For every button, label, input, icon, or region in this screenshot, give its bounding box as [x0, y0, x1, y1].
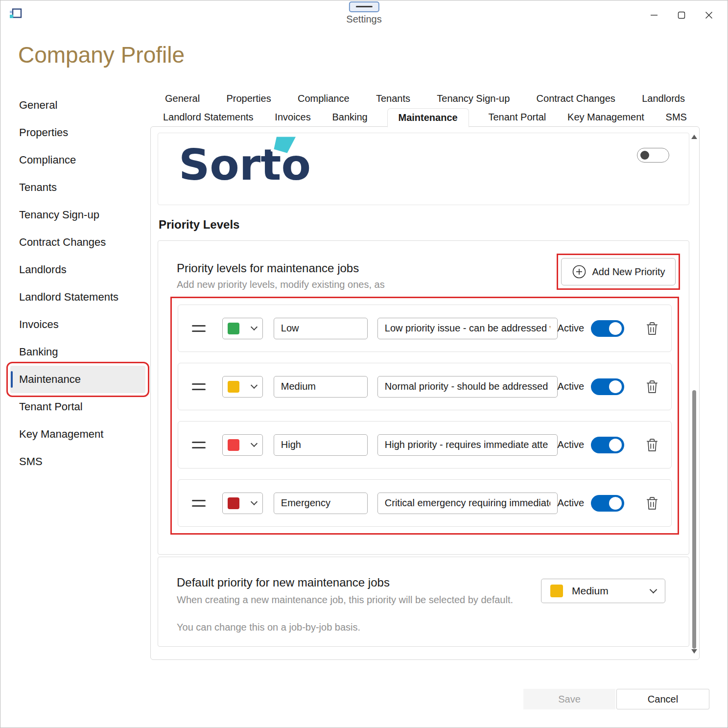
priority-levels-heading: Priority Levels [159, 218, 239, 232]
sidebar-item-sms[interactable]: SMS [10, 448, 145, 475]
window-controls [640, 4, 723, 26]
toggle-knob [609, 322, 622, 335]
tab-maintenance[interactable]: Maintenance [387, 108, 469, 127]
tab-bar: General Properties Compliance Tenants Te… [150, 90, 700, 126]
tab-tenants[interactable]: Tenants [374, 90, 412, 108]
sorto-logo: Sorto [178, 135, 325, 190]
add-button-label: Add New Priority [592, 266, 665, 278]
cancel-button[interactable]: Cancel [616, 689, 709, 709]
priority-color-select[interactable] [222, 376, 263, 398]
sidebar: General Properties Compliance Tenants Te… [10, 92, 145, 475]
active-label: Active [558, 497, 584, 509]
sidebar-item-contract-changes[interactable]: Contract Changes [10, 229, 145, 256]
sidebar-item-tenant-portal[interactable]: Tenant Portal [10, 393, 145, 421]
tab-tenancy-sign-up[interactable]: Tenancy Sign-up [435, 90, 512, 108]
chevron-down-icon [251, 440, 258, 446]
tab-compliance[interactable]: Compliance [296, 90, 352, 108]
drag-handle-icon[interactable] [192, 500, 206, 507]
minimize-icon [650, 11, 658, 19]
sidebar-item-tenants[interactable]: Tenants [10, 174, 145, 201]
minimize-button[interactable] [640, 4, 668, 26]
chevron-down-icon [251, 381, 258, 388]
priority-levels-card: Priority levels for maintenance jobs Add… [158, 240, 689, 555]
scrollbar-thumb[interactable] [692, 390, 696, 649]
active-toggle[interactable] [591, 495, 624, 512]
trash-icon[interactable] [646, 321, 658, 336]
sidebar-item-general[interactable]: General [10, 92, 145, 119]
priority-description-input[interactable] [377, 434, 558, 456]
sidebar-item-properties[interactable]: Properties [10, 119, 145, 146]
integration-card: Sorto [158, 133, 689, 205]
tab-properties[interactable]: Properties [224, 90, 273, 108]
window-preview-icon [349, 1, 379, 12]
sidebar-item-label: Banking [19, 346, 58, 358]
sidebar-item-label: Contract Changes [19, 236, 106, 249]
active-label: Active [558, 323, 584, 334]
priority-row: Active [178, 363, 672, 410]
priority-description-input[interactable] [377, 318, 558, 339]
scroll-up-arrow-icon[interactable] [691, 135, 697, 139]
sidebar-item-landlords[interactable]: Landlords [10, 256, 145, 283]
toggle-knob [609, 497, 622, 510]
integration-toggle[interactable] [637, 148, 669, 163]
sidebar-item-label: SMS [19, 455, 43, 468]
priority-color-select[interactable] [222, 434, 263, 456]
tab-banking[interactable]: Banking [330, 108, 369, 126]
active-toggle[interactable] [591, 320, 624, 337]
titlebar: Settings [0, 0, 728, 31]
tab-sms[interactable]: SMS [664, 108, 689, 126]
tab-contract-changes[interactable]: Contract Changes [535, 90, 617, 108]
priority-description-input[interactable] [377, 493, 558, 514]
priority-name-input[interactable] [274, 434, 368, 456]
sidebar-item-banking[interactable]: Banking [10, 338, 145, 366]
sidebar-item-label: Landlords [19, 263, 67, 276]
active-label: Active [558, 439, 584, 450]
default-priority-description: When creating a new maintenance job, thi… [177, 594, 513, 606]
sidebar-item-tenancy-sign-up[interactable]: Tenancy Sign-up [10, 201, 145, 229]
priority-name-input[interactable] [274, 376, 368, 398]
toggle-knob [640, 151, 649, 160]
sidebar-item-landlord-statements[interactable]: Landlord Statements [10, 283, 145, 311]
close-button[interactable] [695, 4, 723, 26]
drag-handle-icon[interactable] [192, 383, 206, 390]
app-icon [9, 8, 22, 23]
priority-description-input[interactable] [377, 376, 558, 398]
sidebar-item-key-management[interactable]: Key Management [10, 421, 145, 448]
tab-key-management[interactable]: Key Management [565, 108, 646, 126]
add-new-priority-button[interactable]: Add New Priority [561, 258, 676, 285]
active-toggle[interactable] [591, 378, 624, 395]
tab-invoices[interactable]: Invoices [273, 108, 312, 126]
sidebar-item-label: Maintenance [19, 373, 81, 386]
sidebar-item-maintenance[interactable]: Maintenance [10, 366, 145, 393]
default-priority-card: Default priority for new maintenance job… [158, 557, 689, 647]
drag-handle-icon[interactable] [192, 325, 206, 332]
priority-color-select[interactable] [222, 493, 263, 514]
sidebar-item-label: Tenant Portal [19, 400, 83, 413]
default-priority-dropdown[interactable]: Medium [541, 579, 665, 603]
drag-handle-icon[interactable] [192, 442, 206, 448]
tab-tenant-portal[interactable]: Tenant Portal [486, 108, 548, 126]
priority-name-input[interactable] [274, 318, 368, 339]
tab-landlord-statements[interactable]: Landlord Statements [161, 108, 256, 126]
priority-color-swatch [228, 497, 239, 509]
tab-general[interactable]: General [163, 90, 202, 108]
tab-landlords[interactable]: Landlords [640, 90, 687, 108]
priority-row: Active [178, 305, 672, 352]
scrollbar[interactable] [691, 135, 698, 654]
sidebar-item-compliance[interactable]: Compliance [10, 146, 145, 174]
priority-name-input[interactable] [274, 493, 368, 514]
toggle-knob [609, 439, 622, 451]
close-icon [705, 11, 713, 19]
trash-icon[interactable] [646, 379, 658, 394]
maximize-button[interactable] [668, 4, 695, 26]
scroll-down-arrow-icon[interactable] [691, 649, 697, 654]
sidebar-item-label: Landlord Statements [19, 291, 118, 304]
trash-icon[interactable] [646, 438, 658, 452]
save-button[interactable]: Save [523, 689, 615, 709]
settings-window: Settings Company Profile General Propert… [0, 0, 728, 728]
priority-color-select[interactable] [222, 318, 263, 339]
active-toggle[interactable] [591, 437, 624, 453]
trash-icon[interactable] [646, 496, 658, 511]
tab-row-1: General Properties Compliance Tenants Te… [150, 90, 700, 108]
sidebar-item-invoices[interactable]: Invoices [10, 311, 145, 338]
